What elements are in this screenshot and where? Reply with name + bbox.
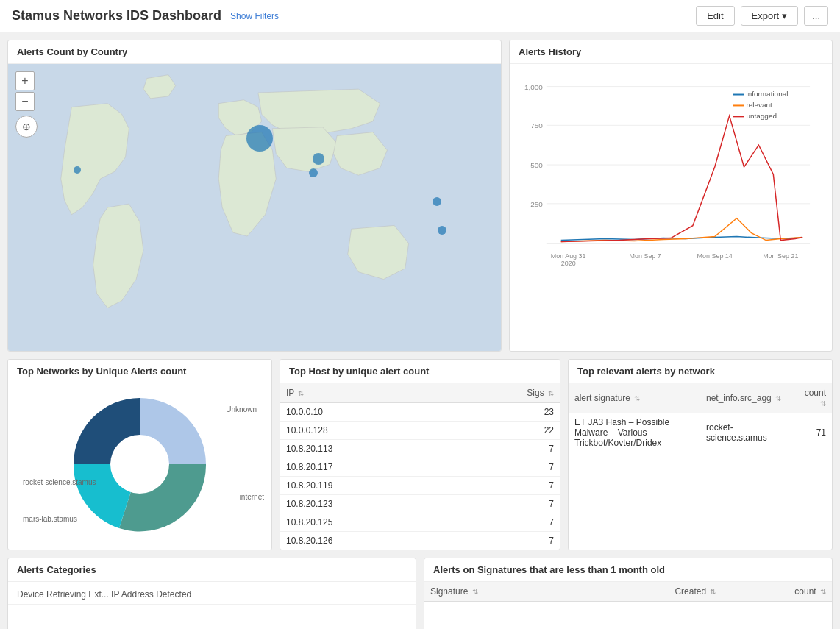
map-bubble-seasia — [438, 226, 446, 235]
networks-panel: Top Networks by Unique Alerts count — [7, 359, 272, 550]
middle-row: Top Networks by Unique Alerts count — [7, 359, 833, 550]
pie-label-rocket: rocket-science.stamus — [23, 478, 96, 486]
svg-text:2020: 2020 — [561, 260, 576, 267]
header-left: Stamus Networks IDS Dashboard Show Filte… — [12, 8, 279, 24]
alerts-sig-panel: Alerts on Signatures that are less than … — [424, 558, 833, 629]
history-panel: Alerts History 1,000 750 500 250 Mo — [509, 40, 833, 352]
sig-col-signature[interactable]: Signature ⇅ — [424, 582, 669, 602]
host-sigs: 23 — [448, 403, 560, 422]
table-row: 10.8.20.113 7 — [280, 440, 560, 458]
top-row: Alerts Count by Country — [7, 40, 833, 352]
relevant-title: Top relevant alerts by network — [569, 360, 832, 383]
host-sigs: 7 — [448, 477, 560, 495]
host-ip: 10.0.0.10 — [280, 403, 448, 422]
map-controls: + − ⊕ — [15, 71, 38, 138]
table-row: 10.8.20.117 7 — [280, 458, 560, 477]
svg-text:Mon Sep 14: Mon Sep 14 — [697, 252, 733, 260]
host-panel: Top Host by unique alert count IP ⇅ Sigs… — [280, 359, 560, 550]
host-ip: 10.8.20.117 — [280, 458, 448, 477]
history-title: Alerts History — [510, 40, 832, 64]
alerts-sig-title: Alerts on Signatures that are less than … — [424, 558, 832, 582]
header-actions: Edit Export ▾ ... — [696, 6, 828, 26]
net-sort-icon: ⇅ — [775, 394, 781, 402]
svg-text:250: 250 — [530, 200, 543, 208]
history-chart-svg: 1,000 750 500 250 Mon Aug 31 2020 Mon Se… — [517, 71, 825, 277]
host-ip: 10.8.20.119 — [280, 477, 448, 495]
table-row: 10.8.20.125 7 — [280, 513, 560, 532]
count2-sort-icon: ⇅ — [820, 588, 826, 596]
page-title: Stamus Networks IDS Dashboard — [12, 8, 221, 24]
zoom-in-button[interactable]: + — [15, 71, 35, 90]
pie-label-unknown: Unknown — [226, 405, 257, 413]
svg-text:750: 750 — [530, 121, 543, 129]
table-row: 10.8.20.126 7 — [280, 532, 560, 550]
relevant-col-count[interactable]: count ⇅ — [792, 383, 832, 413]
ip-sort-icon: ⇅ — [298, 389, 304, 397]
chart-container: 1,000 750 500 250 Mon Aug 31 2020 Mon Se… — [510, 64, 832, 299]
svg-text:Mon Aug 31: Mon Aug 31 — [551, 252, 586, 260]
svg-text:informational: informational — [747, 90, 789, 99]
relevant-sig: ET JA3 Hash – Possible Malware – Various… — [569, 413, 700, 452]
host-ip: 10.8.20.126 — [280, 532, 448, 550]
table-row: 10.0.0.10 23 — [280, 403, 560, 422]
host-sigs: 7 — [448, 532, 560, 550]
relevant-table: alert signature ⇅ net_info.src_agg ⇅ cou… — [569, 383, 832, 452]
host-sigs: 7 — [448, 513, 560, 532]
relevant-col-net[interactable]: net_info.src_agg ⇅ — [700, 383, 792, 413]
svg-text:relevant: relevant — [747, 101, 773, 109]
host-sigs: 7 — [448, 458, 560, 477]
map-bubble-asia1 — [433, 197, 441, 206]
sig-sort-icon: ⇅ — [634, 394, 640, 402]
compass-button[interactable]: ⊕ — [15, 116, 38, 138]
pie-container: Unknown internet rocket-science.stamus m… — [8, 383, 271, 545]
signature-sort-icon: ⇅ — [472, 588, 478, 596]
svg-text:untagged: untagged — [747, 112, 777, 120]
export-button[interactable]: Export ▾ — [741, 6, 799, 26]
host-sigs: 7 — [448, 495, 560, 513]
relevant-count: 71 — [792, 413, 832, 452]
header: Stamus Networks IDS Dashboard Show Filte… — [0, 0, 840, 32]
host-col-sigs[interactable]: Sigs ⇅ — [448, 383, 560, 403]
created-sort-icon: ⇅ — [710, 588, 716, 596]
host-sigs: 22 — [448, 422, 560, 440]
map-title: Alerts Count by Country — [8, 40, 501, 64]
table-row: ET JA3 Hash – Possible Malware – Various… — [569, 413, 832, 452]
more-button[interactable]: ... — [804, 6, 828, 26]
cat-row-1: Device Retrieving Ext... IP Address Dete… — [8, 585, 416, 605]
svg-text:Mon Sep 21: Mon Sep 21 — [763, 252, 798, 260]
relevant-net: rocket-science.stamus — [700, 413, 792, 452]
relevant-col-sig[interactable]: alert signature ⇅ — [569, 383, 700, 413]
svg-rect-19 — [733, 116, 744, 117]
host-ip: 10.0.0.128 — [280, 422, 448, 440]
host-ip: 10.8.20.125 — [280, 513, 448, 532]
host-sigs: 7 — [448, 440, 560, 458]
alerts-sig-table: Signature ⇅ Created ⇅ count ⇅ — [424, 582, 832, 602]
table-row: 10.8.20.119 7 — [280, 477, 560, 495]
table-row: 10.8.20.123 7 — [280, 495, 560, 513]
chevron-down-icon: ▾ — [782, 10, 787, 21]
host-title: Top Host by unique alert count — [280, 360, 560, 383]
alerts-cat-content: Device Retrieving Ext... IP Address Dete… — [8, 582, 416, 629]
alerts-cat-title: Alerts Categories — [8, 558, 416, 582]
map-bubble-mideast2 — [309, 168, 318, 177]
relevant-panel: Top relevant alerts by network alert sig… — [568, 359, 833, 550]
host-table: IP ⇅ Sigs ⇅ 10.0.0.10 23 10.0.0.128 22 1… — [280, 383, 560, 550]
map-bubble-americas — [74, 166, 81, 174]
show-filters-link[interactable]: Show Filters — [230, 11, 279, 21]
bottom-row: Alerts Categories Device Retrieving Ext.… — [7, 558, 833, 629]
sig-col-created[interactable]: Created ⇅ — [669, 582, 758, 602]
host-col-ip[interactable]: IP ⇅ — [280, 383, 448, 403]
svg-rect-15 — [733, 94, 744, 96]
alerts-cat-panel: Alerts Categories Device Retrieving Ext.… — [7, 558, 416, 629]
pie-label-internet: internet — [240, 493, 264, 501]
sig-col-count[interactable]: count ⇅ — [759, 582, 833, 602]
zoom-out-button[interactable]: − — [15, 92, 35, 111]
world-map-svg — [8, 64, 501, 351]
svg-text:Mon Sep 7: Mon Sep 7 — [630, 252, 661, 260]
edit-button[interactable]: Edit — [696, 6, 734, 26]
map-panel: Alerts Count by Country — [7, 40, 502, 352]
map-bubble-europe — [246, 125, 273, 152]
map-container: + − ⊕ — [8, 64, 501, 351]
svg-text:500: 500 — [530, 161, 543, 169]
map-bubble-mideast1 — [313, 153, 324, 165]
